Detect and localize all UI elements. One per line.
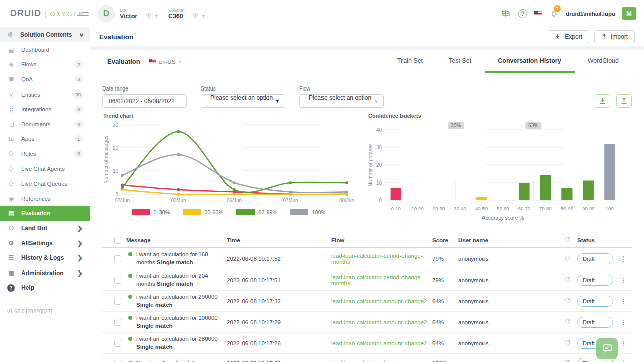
- upload-icon: [621, 98, 627, 104]
- tab-train-set[interactable]: Train Set: [384, 50, 436, 73]
- row-checkbox[interactable]: [114, 360, 121, 362]
- import-button[interactable]: Import: [594, 30, 635, 43]
- column-user-name: User name: [458, 237, 564, 243]
- flow-link[interactable]: lead-loan-calculator-period-change-month…: [331, 274, 432, 286]
- select-all-checkbox[interactable]: [114, 237, 121, 244]
- page-header: Evaluation Export Import: [90, 27, 644, 46]
- chat-widget-button[interactable]: [596, 338, 618, 359]
- solution-chevron-down-icon[interactable]: ▾: [199, 13, 208, 19]
- bot-avatar: D: [98, 5, 115, 22]
- tag-icon: [564, 237, 577, 244]
- sidebar-item-flows[interactable]: ◈Flows2: [0, 57, 90, 72]
- sidebar-item-dashboard[interactable]: ▤Dashboard: [0, 42, 90, 57]
- tag-icon[interactable]: [564, 319, 577, 326]
- download-conversations-button[interactable]: [595, 94, 610, 108]
- sidebar-item-references[interactable]: ◉References: [0, 191, 90, 206]
- sidebar-item-land-bot[interactable]: ⚇Land Bot❯: [0, 221, 90, 236]
- sidebar-item-label: Live Chat Queues: [21, 180, 67, 187]
- sidebar-item-help[interactable]: ? Help: [0, 281, 90, 296]
- tag-icon[interactable]: [564, 255, 577, 262]
- tab-wordcloud[interactable]: WordCloud: [575, 50, 632, 73]
- solution-settings-gear-icon[interactable]: ⚙: [192, 12, 198, 19]
- count-badge: 2: [74, 60, 84, 68]
- tab-test-set[interactable]: Test Set: [436, 50, 485, 73]
- bot-selector[interactable]: Bot Victor: [120, 8, 137, 20]
- legend-item: 0-30%: [132, 209, 170, 215]
- row-menu-kebab-icon[interactable]: ⋮: [620, 318, 634, 326]
- solution-label: Solution: [168, 8, 185, 13]
- match-type-label: Single match: [157, 281, 193, 287]
- sidebar-item-qna[interactable]: ▣QnA0: [0, 72, 90, 87]
- solution-selector[interactable]: Solution C360: [168, 8, 185, 20]
- row-menu-kebab-icon[interactable]: ⋮: [620, 276, 634, 284]
- bot-settings-gear-icon[interactable]: ⚙: [145, 12, 151, 19]
- flow-link[interactable]: lead-loan-calculator-amount-change2: [331, 340, 432, 346]
- row-menu-kebab-icon[interactable]: ⋮: [620, 255, 634, 263]
- sidebar-item-label: Integrations: [21, 106, 51, 112]
- flow-link[interactable]: lead-loan-calculator-amount-change2: [331, 298, 432, 304]
- svg-text:60-70: 60-70: [518, 206, 530, 211]
- sidebar-item-documents[interactable]: ❏Documents0: [0, 117, 90, 132]
- row-checkbox[interactable]: [114, 255, 121, 262]
- tag-icon[interactable]: [564, 298, 577, 305]
- sidebar-group-label: Land Bot: [21, 225, 47, 232]
- svg-text:0: 0: [379, 198, 382, 203]
- status-badge[interactable]: Draft: [577, 296, 613, 307]
- column-status: Status: [577, 237, 620, 243]
- flow-link[interactable]: lead-loan-calculator-amount-change2: [331, 319, 432, 325]
- flow-select[interactable]: --Please select an option-- ∨: [299, 94, 384, 108]
- sidebar-collapse-icon[interactable]: [77, 10, 89, 18]
- import-button-label: Import: [611, 33, 628, 40]
- language-flag-icon[interactable]: [534, 11, 542, 16]
- flow-link[interactable]: lead-loan-calculator-form: [331, 360, 432, 362]
- sidebar-item-roles[interactable]: ⚆Roles0: [0, 146, 90, 161]
- help-icon[interactable]: ?: [518, 9, 527, 18]
- tag-icon[interactable]: [564, 277, 577, 284]
- row-checkbox[interactable]: [114, 319, 121, 326]
- status-select[interactable]: --Please select an option-- ▼: [201, 94, 285, 108]
- row-checkbox[interactable]: [114, 277, 121, 284]
- flow-link[interactable]: lead-loan-calculator-period-change-month…: [331, 253, 432, 265]
- svg-text:30: 30: [376, 145, 382, 150]
- time-value: 2022-06-08 10:17:32: [227, 298, 331, 304]
- user-avatar[interactable]: M: [622, 7, 636, 20]
- time-value: 2022-06-08 10:15:56: [227, 360, 331, 362]
- svg-text:40-50: 40-50: [475, 206, 488, 211]
- sidebar-item-evaluation[interactable]: ▤Evaluation: [0, 206, 90, 221]
- tag-icon[interactable]: [564, 360, 577, 362]
- row-checkbox[interactable]: [114, 298, 121, 305]
- status-badge[interactable]: Draft: [577, 275, 613, 286]
- sidebar-item-apps[interactable]: ⊞Apps1: [0, 132, 90, 147]
- language-selector[interactable]: en-US ∨: [149, 59, 182, 65]
- export-button[interactable]: Export: [548, 30, 589, 43]
- row-menu-kebab-icon[interactable]: ⋮: [620, 359, 634, 362]
- row-checkbox[interactable]: [114, 340, 121, 347]
- sidebar-item-history-logs[interactable]: ☰History & Logs❯: [0, 250, 90, 265]
- sidebar-groups: ⚇Land Bot❯⚙AllSettings❯☰History & Logs❯▦…: [0, 221, 90, 280]
- sidebar-item-integrations[interactable]: ⣿Integrations3: [0, 102, 90, 117]
- guided-tour-signpost-icon[interactable]: [500, 9, 511, 18]
- trend-chart: Trend chart 0102030Number of messages02/…: [102, 113, 356, 225]
- sidebar-item-live-chat-agents[interactable]: ⚆Live Chat Agents: [0, 161, 90, 176]
- svg-text:02/Jun: 02/Jun: [115, 198, 130, 203]
- row-menu-kebab-icon[interactable]: ⋮: [620, 339, 634, 347]
- username-text[interactable]: druid1\mihail.lupu: [566, 11, 615, 17]
- sidebar-item-allsettings[interactable]: ⚙AllSettings❯: [0, 236, 90, 251]
- legend-item: 30-63%: [183, 209, 223, 215]
- tab-conversation-history[interactable]: Conversation History: [485, 50, 574, 73]
- sidebar-item-entities[interactable]: ⋎Entities20: [0, 87, 90, 102]
- row-menu-kebab-icon[interactable]: ⋮: [620, 297, 634, 305]
- tag-icon[interactable]: [564, 340, 577, 347]
- sidebar-item-solution-contents[interactable]: ⚙̇ Solution Contents ∨: [0, 27, 90, 42]
- bot-chevron-down-icon[interactable]: ▾: [152, 13, 161, 19]
- status-badge[interactable]: Draft: [577, 253, 613, 264]
- notifications-bell-icon[interactable]: 7: [549, 9, 558, 18]
- sidebar-item-administration[interactable]: ▦Administration❯: [0, 265, 90, 281]
- sidebar-item-live-chat-queues[interactable]: ⚇Live Chat Queues: [0, 176, 90, 191]
- date-range-input[interactable]: [102, 94, 187, 108]
- status-badge[interactable]: Draft: [577, 317, 613, 328]
- message-text: i want an calculation for 100000 Single …: [136, 314, 220, 330]
- upload-conversations-button[interactable]: [616, 94, 632, 108]
- count-badge: 0: [74, 150, 84, 158]
- green-status-dot-icon: [128, 295, 132, 299]
